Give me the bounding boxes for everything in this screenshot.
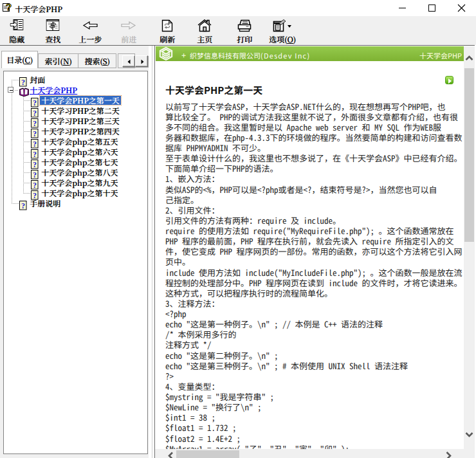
svg-text:?: ? [6,3,12,12]
svg-text:?: ? [21,201,25,210]
